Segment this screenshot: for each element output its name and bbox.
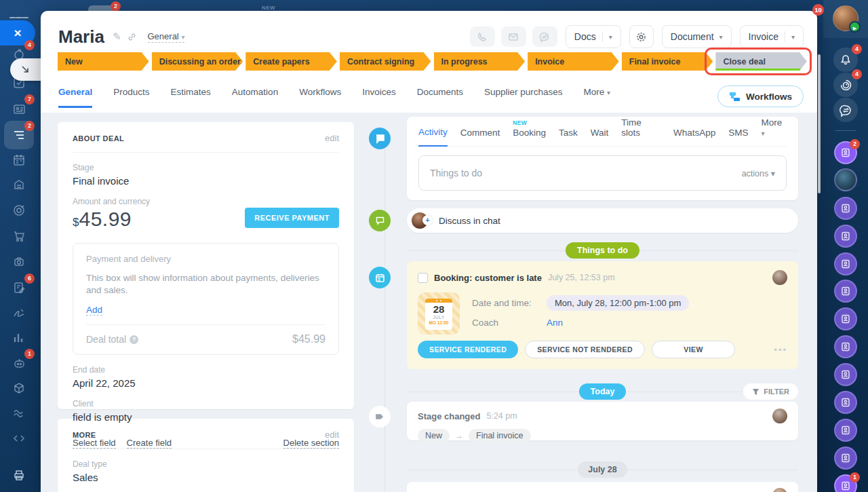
sidebar-item-calendar[interactable] bbox=[9, 151, 28, 170]
booking-checkbox[interactable] bbox=[418, 273, 428, 283]
feed-tab-task[interactable]: Task bbox=[559, 128, 578, 146]
document-dropdown[interactable]: Document ▾ bbox=[662, 25, 732, 48]
stage-invoice[interactable]: Invoice bbox=[528, 52, 619, 71]
email-button[interactable] bbox=[501, 26, 526, 47]
contact-item[interactable] bbox=[834, 197, 857, 220]
sidebar-item-notes[interactable]: 6 bbox=[9, 278, 28, 297]
sidebar-item-deals[interactable]: 2 bbox=[9, 126, 28, 145]
contact-item[interactable] bbox=[834, 307, 857, 330]
stage-discussing[interactable]: Discussing an order... bbox=[152, 52, 243, 71]
stage-contract-signing[interactable]: Contract signing bbox=[340, 52, 431, 71]
sidebar-item-inbox[interactable] bbox=[9, 175, 28, 194]
invoice-dropdown[interactable]: Invoice ▾ bbox=[740, 25, 804, 48]
stage-close-deal[interactable]: Close deal bbox=[715, 52, 807, 71]
stage-in-progress[interactable]: In progress bbox=[434, 52, 526, 71]
stage-label: Discussing an order... bbox=[159, 57, 243, 67]
actions-dropdown[interactable]: actions ▾ bbox=[742, 168, 775, 178]
contact-item[interactable] bbox=[834, 225, 857, 248]
help-icon[interactable]: ? bbox=[130, 335, 138, 344]
view-button[interactable]: VIEW bbox=[652, 341, 735, 358]
filter-button[interactable]: FILTER bbox=[743, 383, 798, 400]
notifications-button[interactable]: 4 bbox=[833, 48, 858, 72]
user-avatar[interactable]: ▶ bbox=[833, 5, 859, 31]
tab-estimates[interactable]: Estimates bbox=[171, 87, 211, 106]
contact-item[interactable] bbox=[834, 335, 857, 358]
deal-amount[interactable]: $45.99 bbox=[73, 208, 132, 231]
contact-item[interactable]: 1 bbox=[834, 474, 857, 492]
sidebar-item-print[interactable] bbox=[9, 466, 28, 485]
todo-input-box[interactable]: actions ▾ bbox=[418, 155, 787, 191]
tab-automation[interactable]: Automation bbox=[232, 87, 278, 106]
booking-card: Booking: customer is late July 25, 12:53… bbox=[407, 261, 798, 369]
tab-documents[interactable]: Documents bbox=[417, 87, 463, 106]
service-rendered-button[interactable]: SERVICE RENDERED bbox=[418, 341, 518, 358]
tab-invoices[interactable]: Invoices bbox=[362, 87, 396, 106]
service-not-rendered-button[interactable]: SERVICE NOT RENDERED bbox=[525, 341, 645, 358]
sidebar-item-stats[interactable] bbox=[9, 328, 28, 347]
stage-create-papers[interactable]: Create papers bbox=[245, 52, 337, 71]
modal-scrollbar[interactable] bbox=[818, 54, 821, 193]
contact-icon bbox=[840, 397, 851, 408]
chat-transfer-button[interactable] bbox=[833, 98, 858, 122]
sidebar-item-products[interactable] bbox=[9, 379, 28, 398]
workflows-button[interactable]: Workflows bbox=[717, 86, 804, 107]
stage-field-value[interactable]: Final invoice bbox=[73, 175, 339, 187]
feed-tab-booking[interactable]: NEW Booking bbox=[513, 128, 546, 146]
stage-final-invoice[interactable]: Final invoice bbox=[622, 52, 713, 71]
targets-button[interactable]: 4 bbox=[833, 73, 858, 97]
sidebar-item-cart[interactable] bbox=[9, 227, 28, 246]
tab-general[interactable]: General bbox=[58, 87, 92, 108]
booking-calendar-widget[interactable]: 28 JULY MO 12:00 bbox=[418, 292, 460, 335]
deal-type-value[interactable]: Sales bbox=[73, 472, 339, 483]
todo-input[interactable] bbox=[430, 168, 742, 178]
call-button[interactable] bbox=[470, 26, 495, 47]
stage-new[interactable]: New bbox=[58, 52, 149, 71]
feed-tab-whatsapp[interactable]: WhatsApp bbox=[673, 128, 715, 146]
tab-products[interactable]: Products bbox=[113, 87, 149, 106]
tab-workflows[interactable]: Workflows bbox=[299, 87, 341, 106]
add-link[interactable]: Add bbox=[86, 305, 102, 316]
sidebar-item-signature[interactable] bbox=[9, 303, 28, 322]
sidebar-item-waves[interactable] bbox=[9, 404, 28, 423]
contact-item[interactable] bbox=[834, 363, 857, 386]
link-icon[interactable] bbox=[127, 32, 137, 42]
create-field-link[interactable]: Create field bbox=[127, 438, 172, 449]
sidebar-item-goals[interactable] bbox=[9, 201, 28, 220]
feed-tab-sms[interactable]: SMS bbox=[728, 128, 748, 146]
contact-avatar[interactable] bbox=[834, 168, 857, 191]
tab-supplier-purchases[interactable]: Supplier purchases bbox=[484, 87, 563, 106]
sidebar-item-contacts[interactable]: 7 bbox=[9, 99, 28, 118]
edit-title-icon[interactable]: ✎ bbox=[113, 31, 121, 43]
contact-item[interactable]: 2 bbox=[834, 141, 857, 164]
sidebar-item-bot[interactable]: 1 bbox=[9, 354, 28, 373]
feed-tab-wait[interactable]: Wait bbox=[591, 128, 609, 146]
datetime-value[interactable]: Mon, July 28, 12:00 pm-1:00 pm bbox=[547, 295, 689, 311]
feed-tab-timeslots[interactable]: Time slots bbox=[621, 117, 660, 146]
feed-tab-more[interactable]: More ▾ bbox=[762, 117, 787, 146]
edit-about-link[interactable]: edit bbox=[325, 133, 339, 143]
contact-item[interactable] bbox=[834, 252, 857, 276]
contact-item[interactable] bbox=[834, 391, 857, 414]
receive-payment-button[interactable]: RECEIVE PAYMENT bbox=[245, 208, 339, 228]
sidebar-item-code[interactable] bbox=[9, 429, 28, 448]
tab-more[interactable]: More ▾ bbox=[584, 87, 611, 106]
feed-tab-comment[interactable]: Comment bbox=[460, 128, 500, 146]
select-field-link[interactable]: Select field bbox=[73, 438, 116, 449]
pipeline-selector[interactable]: General ▾ bbox=[148, 31, 185, 43]
feed-tabs: Activity Comment NEW Booking Task Wait T… bbox=[418, 117, 787, 147]
feed-tab-activity[interactable]: Activity bbox=[418, 127, 448, 147]
sidebar-item-camera[interactable] bbox=[9, 252, 28, 271]
contact-item[interactable] bbox=[834, 280, 857, 303]
add-participant-icon[interactable]: + bbox=[422, 215, 433, 225]
edit-more-link[interactable]: edit bbox=[325, 430, 339, 440]
collapse-panel-button[interactable] bbox=[10, 58, 41, 81]
contact-item[interactable] bbox=[834, 447, 857, 470]
end-date-value[interactable]: April 22, 2025 bbox=[73, 377, 339, 389]
contact-item[interactable] bbox=[834, 419, 857, 442]
settings-button[interactable] bbox=[629, 25, 654, 48]
discuss-in-chat[interactable]: + Discuss in chat bbox=[407, 208, 798, 233]
docs-button[interactable]: Docs ▾ bbox=[566, 25, 621, 48]
chat-button[interactable] bbox=[532, 26, 557, 47]
more-options-icon[interactable]: ••• bbox=[774, 345, 787, 355]
coach-link[interactable]: Ann bbox=[547, 318, 563, 328]
